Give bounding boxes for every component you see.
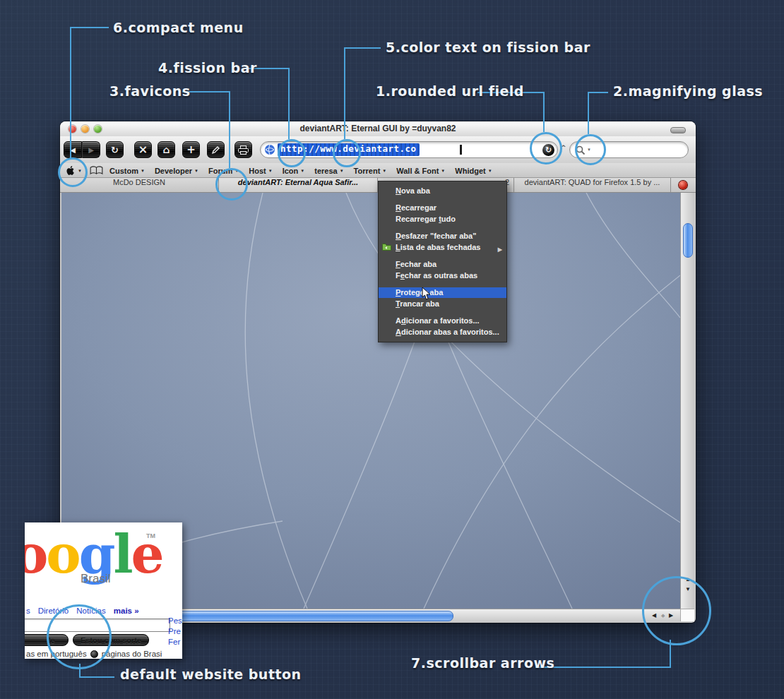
side-link-ferramentas[interactable]: Fer [168,638,180,646]
bookmark-custom[interactable]: Custom▼ [109,167,145,175]
menu-item-recarregar[interactable]: Recarregar [379,203,506,213]
text-caret [460,145,462,155]
side-link-preferencias[interactable]: Pre [168,627,181,635]
bookmark-whidget[interactable]: Whidget▼ [455,167,492,175]
tab-label: deviantART: QUAD for Firefox 1.5 by ... [525,178,660,186]
callout-scrollbar-arrows: 7.scrollbar arrows [411,655,554,671]
bookmark-label: Developer [155,167,192,175]
link-mais[interactable]: mais » [114,607,139,615]
brasil-label: Brasil [81,572,111,586]
menu-item-desfazer-fechar-aba[interactable]: Desfazer "fechar aba" [379,231,506,241]
menu-item-adicionar-abas-favoritos[interactable]: Adicionar abas a favoritos... [379,327,506,337]
reload-button[interactable]: ↻ [106,141,124,158]
bookmark-label: Custom [109,167,138,175]
closed-tabs-folder-icon [382,243,391,251]
back-button[interactable]: ◀ [64,141,82,158]
bookmark-icon-folder[interactable]: Icon▼ [283,167,305,175]
tab-context-menu: Nova aba Recarregar Recarregar tudo Desf… [378,181,507,342]
chevron-down-icon: ▼ [488,169,492,173]
callout-circle-color-text [333,139,361,167]
side-link-pesquisa[interactable]: Pes [168,616,182,625]
bookmark-teresa[interactable]: teresa▼ [314,167,343,175]
bookmark-label: Torrent [354,167,381,175]
menu-item-adicionar-favoritos[interactable]: Adicionar a favoritos... [379,316,506,326]
bookmark-label: teresa [314,167,337,175]
chevron-down-icon: ▼ [194,169,198,173]
callout-color-text: 5.color text on fission bar [386,40,590,55]
callout-circle-fission-bar [278,139,306,167]
bookmark-items: Custom▼ Developer▼ Forum▼ Host▼ Icon▼ te… [109,163,492,178]
bookmark-torrent[interactable]: Torrent▼ [354,167,387,175]
home-icon: ⌂ [162,144,170,155]
bookmark-developer[interactable]: Developer▼ [155,167,198,175]
bookmark-label: Icon [283,167,299,175]
chevron-down-icon: ▼ [441,169,445,173]
callout-circle-favicons [215,168,248,201]
forward-icon: ▶ [88,146,94,154]
callout-line [344,47,381,49]
callout-line [229,91,230,168]
stop-button[interactable]: × [134,141,152,158]
edit-button[interactable] [207,141,225,158]
stop-icon: × [138,143,148,156]
menu-item-proteger-aba-highlighted[interactable]: Proteger aba [379,287,506,298]
callout-circle-scrollbar-arrows [642,576,711,645]
forward-button[interactable]: ▶ [82,141,100,158]
callout-rounded-url: 1.rounded url field [376,83,524,99]
callout-line [70,27,71,158]
radio-label-brasil[interactable]: páginas do Brasi [102,650,162,658]
title-bar[interactable]: deviantART: Eternal GUI by =duyvan82 [60,121,696,136]
bookmark-label: Host [249,167,266,175]
plus-icon: + [186,143,196,156]
menu-item-fechar-outras-abas[interactable]: Fechar as outras abas [379,270,506,281]
bookmark-host[interactable]: Host▼ [249,167,272,175]
toolbar-toggle-lozenge[interactable] [670,127,686,133]
callout-favicons: 3.favicons [109,83,191,99]
chevron-down-icon: ▼ [268,169,273,173]
bookmark-label: Wall & Font [396,167,439,175]
vertical-scrollbar[interactable]: ▲ ▼ [680,193,694,609]
menu-item-recarregar-tudo[interactable]: Recarregar tudo [379,214,506,225]
print-button[interactable] [234,141,252,158]
menu-item-nova-aba[interactable]: Nova aba [379,186,506,196]
callout-fission-bar: 4.fission bar [158,60,257,76]
menu-item-fechar-aba[interactable]: Fechar aba [379,259,506,270]
home-button[interactable]: ⌂ [158,141,175,158]
trademark-label: TM [146,532,155,539]
callout-line [344,47,345,139]
menu-item-trancar-aba[interactable]: Trancar aba [379,299,506,309]
reload-icon: ↻ [111,145,119,155]
window-title: deviantART: Eternal GUI by =duyvan82 [60,124,696,133]
callout-line [288,68,290,139]
vertical-scroll-thumb[interactable] [683,223,693,258]
logo-letter: o [25,524,46,585]
callout-line [588,92,589,134]
logo-letter: l [113,524,131,585]
printer-icon [238,145,249,155]
callout-line [71,27,109,28]
new-tab-button[interactable]: + [182,141,200,158]
chevron-down-icon: ▼ [340,169,344,173]
bookmarks-book-icon[interactable] [90,166,103,175]
link-fragment[interactable]: s [26,607,30,615]
menu-item-lista-abas-fechadas[interactable]: Lista de abas fechadas ▶ [379,242,506,253]
bookmark-wall-font[interactable]: Wall & Font▼ [396,167,445,175]
submenu-arrow-icon: ▶ [498,244,502,255]
callout-magnifying-glass: 2.magnifying glass [613,83,763,99]
callout-line [535,667,671,668]
callout-circle-default-website [47,604,112,669]
callout-circle-magnifying-glass [575,134,606,165]
callout-line [81,676,114,678]
callout-line [543,92,545,132]
bookmarks-toolbar: ▼ Custom▼ Developer▼ Forum▼ Host▼ Icon▼ … [60,163,696,178]
callout-line [588,92,608,93]
logo-letter: o [46,524,78,585]
tab-bar-end-box [671,178,696,192]
showcase-stage: 6.compact menu 4.fission bar 3.favicons … [0,0,784,699]
close-tab-red-icon[interactable] [679,181,687,189]
tab-label: McDo DESIGN [113,178,165,186]
chevron-down-icon: ▼ [300,169,304,173]
tab-quad-firefox[interactable]: deviantART: QUAD for Firefox 1.5 by ... [514,178,671,192]
pencil-icon [211,145,220,155]
callout-circle-rounded-url [530,132,562,165]
